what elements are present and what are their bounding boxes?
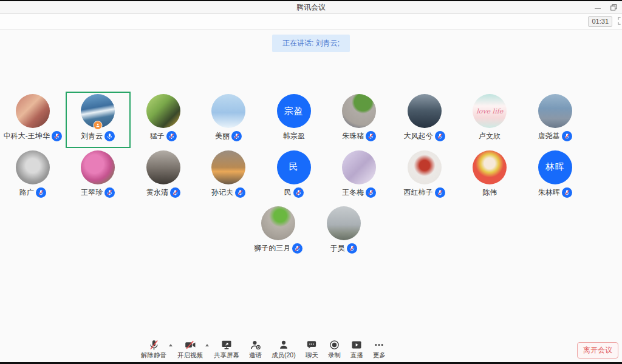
- participant-avatar: [342, 94, 376, 128]
- participant-tile[interactable]: 唐尧基: [522, 92, 588, 148]
- toolbar-record-button[interactable]: 录制: [328, 339, 341, 360]
- name-row: 唐尧基: [538, 131, 572, 141]
- restore-icon: [610, 4, 617, 11]
- chat-icon: [306, 339, 318, 351]
- invite-icon: [250, 339, 262, 351]
- participant-name: 孙记夫: [211, 187, 233, 198]
- participant-avatar: [211, 150, 245, 184]
- host-badge-icon: [94, 121, 103, 130]
- participant-name: 西红柿子: [404, 187, 433, 198]
- toolbar-start-video-button[interactable]: 开启视频: [177, 339, 203, 360]
- participant-avatar: 宗盈: [277, 94, 311, 128]
- participant-tile[interactable]: 西红柿子: [392, 148, 457, 204]
- toolbar-share-screen-button[interactable]: 共享屏幕: [214, 339, 239, 360]
- participant-avatar: 民: [277, 150, 311, 184]
- name-row: 猛子: [150, 131, 177, 141]
- mic-muted-icon: [366, 131, 376, 141]
- participant-grid: 中科大-王坤华刘青云猛子美丽宗盈韩宗盈朱珠猪大风起兮love life卢文欣唐尧…: [0, 30, 622, 260]
- mic-muted-icon: [170, 187, 180, 198]
- participant-name: 美丽: [215, 131, 230, 141]
- participant-name: 王翠珍: [81, 187, 103, 198]
- toolbar-members-button[interactable]: 成员(20): [272, 339, 296, 360]
- participant-avatar: [16, 150, 50, 184]
- more-icon: [373, 339, 385, 351]
- name-row: 民: [284, 187, 304, 198]
- minimize-button[interactable]: [595, 6, 601, 9]
- participant-name: 大风起兮: [404, 131, 433, 141]
- name-row: 王冬梅: [342, 187, 376, 198]
- participant-tile[interactable]: 王翠珍: [66, 148, 131, 204]
- participant-tile[interactable]: 刘青云: [66, 92, 131, 148]
- participant-name: 民: [284, 187, 292, 198]
- avatar-wrap: [261, 206, 295, 240]
- avatar-wrap: [327, 206, 361, 240]
- participant-tile[interactable]: 民民: [261, 148, 327, 204]
- bottom-toolbar: 解除静音开启视频共享屏幕邀请成员(20)聊天录制直播更多: [0, 338, 622, 362]
- avatar-wrap: [408, 94, 442, 128]
- name-row: 韩宗盈: [283, 131, 305, 141]
- toolbar-invite-button[interactable]: 邀请: [249, 339, 262, 360]
- avatar-wrap: [211, 150, 245, 184]
- meeting-stage: 正在讲话: 刘青云; 中科大-王坤华刘青云猛子美丽宗盈韩宗盈朱珠猪大风起兮lov…: [0, 30, 622, 340]
- avatar-wrap: 民: [277, 150, 311, 184]
- participant-name: 韩宗盈: [283, 131, 305, 141]
- toolbar-unmute-button[interactable]: 解除静音: [141, 339, 166, 360]
- mic-muted-icon: [52, 131, 62, 141]
- name-row: 西红柿子: [404, 187, 445, 198]
- share-screen-icon: [220, 339, 233, 351]
- caret-up-icon[interactable]: [205, 344, 209, 346]
- toolbar-live-button[interactable]: 直播: [350, 339, 363, 360]
- participant-tile[interactable]: 朱珠猪: [327, 92, 392, 148]
- participant-tile[interactable]: 路广: [0, 148, 66, 204]
- participant-avatar: 林晖: [538, 150, 572, 184]
- toolbar-label: 录制: [328, 351, 341, 360]
- participant-tile[interactable]: 宗盈韩宗盈: [261, 92, 327, 148]
- toolbar-chat-button[interactable]: 聊天: [306, 339, 318, 360]
- speaking-banner: 正在讲话: 刘青云;: [272, 35, 350, 52]
- toolbar-more-button[interactable]: 更多: [373, 339, 386, 360]
- participant-name: 卢文欣: [479, 131, 501, 141]
- caret-up-icon[interactable]: [169, 344, 173, 346]
- name-row: 狮子的三月: [254, 243, 302, 254]
- avatar-wrap: 宗盈: [277, 94, 311, 128]
- participant-name: 陈伟: [482, 187, 497, 198]
- participant-tile[interactable]: 孙记夫: [196, 148, 262, 204]
- mic-muted-icon: [347, 243, 357, 254]
- fullscreen-icon[interactable]: [618, 17, 622, 25]
- toolbar-label: 邀请: [249, 351, 262, 360]
- participant-avatar: [538, 94, 572, 128]
- participant-tile[interactable]: 王冬梅: [327, 148, 392, 204]
- window-title: 腾讯会议: [296, 2, 326, 13]
- live-icon: [350, 339, 363, 351]
- toolbar-label: 共享屏幕: [214, 351, 239, 360]
- participant-tile[interactable]: 中科大-王坤华: [0, 92, 66, 148]
- name-row: 孙记夫: [211, 187, 245, 198]
- participant-tile[interactable]: 林晖朱林晖: [522, 148, 588, 204]
- participant-tile[interactable]: love life卢文欣: [457, 92, 523, 148]
- participant-name: 朱珠猪: [342, 131, 364, 141]
- participant-tile[interactable]: 大风起兮: [392, 92, 457, 148]
- participant-tile[interactable]: 黄永清: [131, 148, 196, 204]
- participant-name: 王冬梅: [342, 187, 364, 198]
- avatar-wrap: love life: [473, 94, 507, 128]
- participant-tile[interactable]: 于昊: [311, 204, 377, 260]
- avatar-wrap: [211, 94, 245, 128]
- leave-meeting-button[interactable]: 离开会议: [577, 342, 618, 359]
- participant-tile[interactable]: 美丽: [196, 92, 262, 148]
- avatar-wrap: [81, 150, 115, 184]
- name-row: 路广: [19, 187, 46, 198]
- participant-tile[interactable]: 狮子的三月: [246, 204, 312, 260]
- participant-avatar: [16, 94, 50, 128]
- avatar-wrap: [16, 150, 50, 184]
- participant-row: 狮子的三月于昊: [0, 204, 622, 260]
- avatar-wrap: 林晖: [538, 150, 572, 184]
- mic-muted-icon: [562, 187, 572, 198]
- participant-tile[interactable]: 陈伟: [457, 148, 523, 204]
- name-row: 大风起兮: [404, 131, 445, 141]
- mic-muted-icon: [166, 131, 177, 141]
- toolbar-label: 解除静音: [141, 351, 166, 360]
- participant-tile[interactable]: 猛子: [131, 92, 196, 148]
- mic-muted-icon: [36, 187, 46, 198]
- name-row: 黄永清: [146, 187, 180, 198]
- restore-button[interactable]: [610, 4, 617, 11]
